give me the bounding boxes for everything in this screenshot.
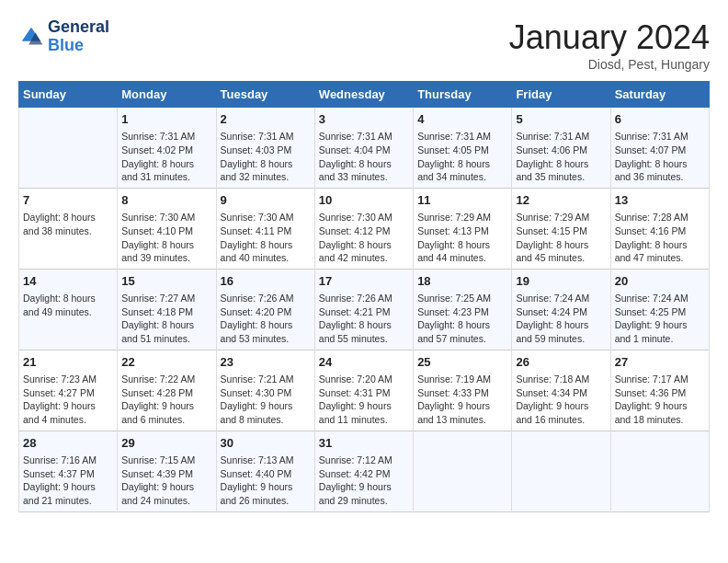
day-number: 22: [121, 354, 211, 371]
day-info: Sunrise: 7:26 AM Sunset: 4:20 PM Dayligh…: [221, 292, 311, 346]
day-info: Sunrise: 7:28 AM Sunset: 4:16 PM Dayligh…: [615, 211, 705, 265]
day-info: Sunrise: 7:31 AM Sunset: 4:04 PM Dayligh…: [319, 130, 409, 184]
calendar-cell: 9Sunrise: 7:30 AM Sunset: 4:11 PM Daylig…: [216, 188, 314, 269]
day-number: 9: [221, 192, 311, 209]
day-info: Sunrise: 7:31 AM Sunset: 4:07 PM Dayligh…: [615, 130, 705, 184]
day-number: 27: [615, 354, 705, 371]
weekday-header-friday: Friday: [512, 82, 610, 108]
day-number: 4: [417, 111, 507, 128]
day-number: 2: [221, 111, 311, 128]
day-number: 5: [516, 111, 606, 128]
calendar-week-1: 1Sunrise: 7:31 AM Sunset: 4:02 PM Daylig…: [19, 108, 710, 189]
calendar-cell: 26Sunrise: 7:18 AM Sunset: 4:34 PM Dayli…: [512, 350, 610, 431]
day-info: Sunrise: 7:26 AM Sunset: 4:21 PM Dayligh…: [319, 292, 409, 346]
day-number: 15: [121, 273, 211, 290]
calendar-cell: 8Sunrise: 7:30 AM Sunset: 4:10 PM Daylig…: [118, 188, 216, 269]
calendar-table: SundayMondayTuesdayWednesdayThursdayFrid…: [18, 81, 710, 512]
calendar-cell: 4Sunrise: 7:31 AM Sunset: 4:05 PM Daylig…: [414, 108, 512, 189]
day-number: 28: [23, 435, 113, 452]
calendar-cell: 23Sunrise: 7:21 AM Sunset: 4:30 PM Dayli…: [216, 350, 314, 431]
day-number: 18: [417, 273, 507, 290]
logo: General Blue: [18, 18, 109, 55]
location-title: Diosd, Pest, Hungary: [509, 57, 710, 72]
day-info: Sunrise: 7:12 AM Sunset: 4:42 PM Dayligh…: [319, 454, 409, 508]
day-number: 19: [516, 273, 606, 290]
calendar-cell: [610, 431, 709, 511]
calendar-cell: [414, 431, 512, 511]
day-info: Sunrise: 7:24 AM Sunset: 4:24 PM Dayligh…: [516, 292, 606, 346]
day-number: 30: [221, 435, 311, 452]
calendar-cell: 29Sunrise: 7:15 AM Sunset: 4:39 PM Dayli…: [118, 431, 216, 511]
day-info: Sunrise: 7:24 AM Sunset: 4:25 PM Dayligh…: [615, 292, 705, 346]
day-info: Sunrise: 7:30 AM Sunset: 4:12 PM Dayligh…: [319, 211, 409, 265]
day-number: 24: [319, 354, 409, 371]
calendar-cell: 2Sunrise: 7:31 AM Sunset: 4:03 PM Daylig…: [216, 108, 314, 189]
day-info: Sunrise: 7:19 AM Sunset: 4:33 PM Dayligh…: [417, 373, 507, 427]
day-number: 7: [23, 192, 113, 209]
day-info: Sunrise: 7:25 AM Sunset: 4:23 PM Dayligh…: [417, 292, 507, 346]
day-info: Sunrise: 7:21 AM Sunset: 4:30 PM Dayligh…: [221, 373, 311, 427]
day-number: 16: [221, 273, 311, 290]
calendar-cell: 16Sunrise: 7:26 AM Sunset: 4:20 PM Dayli…: [216, 269, 314, 350]
day-info: Sunrise: 7:18 AM Sunset: 4:34 PM Dayligh…: [516, 373, 606, 427]
weekday-header-thursday: Thursday: [414, 82, 512, 108]
day-number: 12: [516, 192, 606, 209]
calendar-week-4: 21Sunrise: 7:23 AM Sunset: 4:27 PM Dayli…: [19, 350, 710, 431]
day-info: Sunrise: 7:23 AM Sunset: 4:27 PM Dayligh…: [23, 373, 113, 427]
calendar-cell: 25Sunrise: 7:19 AM Sunset: 4:33 PM Dayli…: [414, 350, 512, 431]
calendar-cell: 17Sunrise: 7:26 AM Sunset: 4:21 PM Dayli…: [314, 269, 413, 350]
calendar-cell: 30Sunrise: 7:13 AM Sunset: 4:40 PM Dayli…: [216, 431, 314, 511]
calendar-cell: 14Daylight: 8 hours and 49 minutes.: [19, 269, 118, 350]
calendar-cell: 18Sunrise: 7:25 AM Sunset: 4:23 PM Dayli…: [414, 269, 512, 350]
calendar-cell: 12Sunrise: 7:29 AM Sunset: 4:15 PM Dayli…: [512, 188, 610, 269]
logo-text: General Blue: [48, 18, 109, 55]
calendar-week-2: 7Daylight: 8 hours and 38 minutes.8Sunri…: [19, 188, 710, 269]
day-number: 21: [23, 354, 113, 371]
calendar-cell: 11Sunrise: 7:29 AM Sunset: 4:13 PM Dayli…: [414, 188, 512, 269]
weekday-header-saturday: Saturday: [610, 82, 709, 108]
day-number: 26: [516, 354, 606, 371]
weekday-header-tuesday: Tuesday: [216, 82, 314, 108]
day-number: 1: [121, 111, 211, 128]
calendar-week-5: 28Sunrise: 7:16 AM Sunset: 4:37 PM Dayli…: [19, 431, 710, 511]
calendar-cell: 3Sunrise: 7:31 AM Sunset: 4:04 PM Daylig…: [314, 108, 413, 189]
day-info: Sunrise: 7:16 AM Sunset: 4:37 PM Dayligh…: [23, 454, 113, 508]
calendar-cell: 7Daylight: 8 hours and 38 minutes.: [19, 188, 118, 269]
day-number: 14: [23, 273, 113, 290]
calendar-cell: 21Sunrise: 7:23 AM Sunset: 4:27 PM Dayli…: [19, 350, 118, 431]
weekday-header-sunday: Sunday: [19, 82, 118, 108]
day-number: 6: [615, 111, 705, 128]
weekday-header-monday: Monday: [118, 82, 216, 108]
day-info: Sunrise: 7:20 AM Sunset: 4:31 PM Dayligh…: [319, 373, 409, 427]
title-block: January 2024 Diosd, Pest, Hungary: [509, 18, 710, 72]
calendar-cell: 5Sunrise: 7:31 AM Sunset: 4:06 PM Daylig…: [512, 108, 610, 189]
day-info: Sunrise: 7:15 AM Sunset: 4:39 PM Dayligh…: [121, 454, 211, 508]
calendar-cell: 1Sunrise: 7:31 AM Sunset: 4:02 PM Daylig…: [118, 108, 216, 189]
day-number: 25: [417, 354, 507, 371]
calendar-cell: 6Sunrise: 7:31 AM Sunset: 4:07 PM Daylig…: [610, 108, 709, 189]
calendar-cell: 19Sunrise: 7:24 AM Sunset: 4:24 PM Dayli…: [512, 269, 610, 350]
day-info: Sunrise: 7:31 AM Sunset: 4:03 PM Dayligh…: [221, 130, 311, 184]
day-info: Sunrise: 7:30 AM Sunset: 4:11 PM Dayligh…: [221, 211, 311, 265]
calendar-week-3: 14Daylight: 8 hours and 49 minutes.15Sun…: [19, 269, 710, 350]
calendar-cell: 13Sunrise: 7:28 AM Sunset: 4:16 PM Dayli…: [610, 188, 709, 269]
day-info: Sunrise: 7:31 AM Sunset: 4:02 PM Dayligh…: [121, 130, 211, 184]
day-number: 11: [417, 192, 507, 209]
day-number: 10: [319, 192, 409, 209]
day-info: Sunrise: 7:29 AM Sunset: 4:15 PM Dayligh…: [516, 211, 606, 265]
day-number: 13: [615, 192, 705, 209]
day-number: 23: [221, 354, 311, 371]
day-info: Daylight: 8 hours and 38 minutes.: [23, 211, 113, 237]
calendar-cell: 10Sunrise: 7:30 AM Sunset: 4:12 PM Dayli…: [314, 188, 413, 269]
day-info: Sunrise: 7:30 AM Sunset: 4:10 PM Dayligh…: [121, 211, 211, 265]
calendar-cell: 22Sunrise: 7:22 AM Sunset: 4:28 PM Dayli…: [118, 350, 216, 431]
day-info: Sunrise: 7:27 AM Sunset: 4:18 PM Dayligh…: [121, 292, 211, 346]
month-title: January 2024: [509, 18, 710, 57]
day-number: 3: [319, 111, 409, 128]
day-number: 17: [319, 273, 409, 290]
calendar-cell: [19, 108, 118, 189]
calendar-cell: 31Sunrise: 7:12 AM Sunset: 4:42 PM Dayli…: [314, 431, 413, 511]
calendar-cell: [512, 431, 610, 511]
day-info: Daylight: 8 hours and 49 minutes.: [23, 292, 113, 318]
day-number: 8: [121, 192, 211, 209]
